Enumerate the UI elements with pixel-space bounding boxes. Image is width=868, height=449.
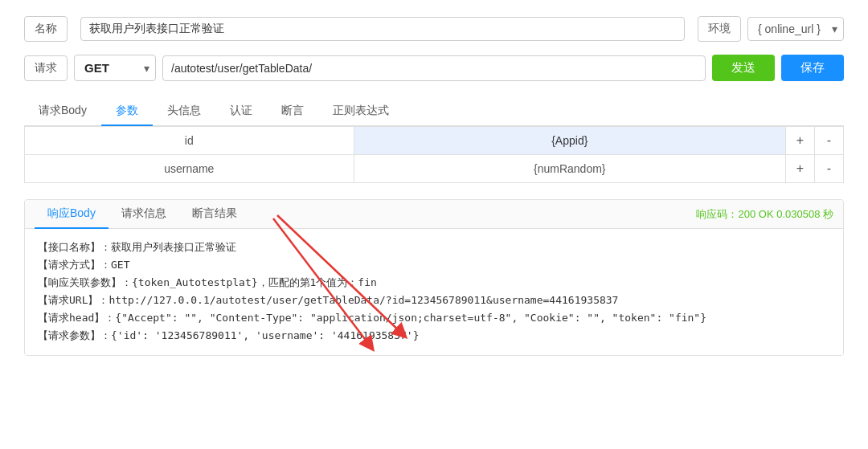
response-body-content: 【接口名称】：获取用户列表接口正常验证 【请求方式】：GET 【响应关联参数】：…: [25, 229, 843, 355]
response-line-4: 【请求URL】：http://127.0.0.1/autotest/user/g…: [38, 292, 830, 309]
tab-headers[interactable]: 头信息: [153, 97, 215, 126]
param-key-username: username: [25, 155, 354, 183]
save-button[interactable]: 保存: [781, 55, 844, 81]
table-row: id {Appid} + -: [25, 127, 844, 155]
remove-row-id[interactable]: -: [815, 127, 844, 155]
env-label: 环境: [698, 16, 741, 42]
tab-response-body[interactable]: 响应Body: [35, 200, 108, 229]
tab-assert-result[interactable]: 断言结果: [179, 200, 250, 229]
send-button[interactable]: 发送: [712, 55, 775, 81]
method-select[interactable]: GET POST PUT DELETE: [74, 55, 156, 81]
response-status: 响应码：200 OK 0.030508 秒: [696, 207, 833, 222]
param-value-appid[interactable]: {Appid}: [354, 127, 785, 155]
add-row-username[interactable]: +: [786, 155, 815, 183]
name-label: 名称: [24, 16, 68, 42]
request-label: 请求: [24, 55, 68, 81]
response-line-3: 【响应关联参数】：{token_Autotestplat}，匹配的第1个值为：f…: [38, 274, 830, 292]
tab-assert[interactable]: 断言: [267, 97, 318, 126]
tab-auth[interactable]: 认证: [215, 97, 267, 126]
url-input[interactable]: [162, 55, 706, 81]
remove-row-username[interactable]: -: [815, 155, 844, 183]
param-value-numrandom[interactable]: {numRandom}: [354, 155, 785, 183]
env-select[interactable]: { online_url }: [747, 17, 844, 41]
params-table: id {Appid} + - username {numRandom} + -: [24, 126, 844, 183]
tab-request-body[interactable]: 请求Body: [24, 97, 101, 126]
response-line-1: 【接口名称】：获取用户列表接口正常验证: [38, 239, 830, 256]
bottom-tabs: 响应Body 请求信息 断言结果 响应码：200 OK 0.030508 秒: [25, 200, 843, 229]
request-tabs: 请求Body 参数 头信息 认证 断言 正则表达式: [24, 97, 844, 126]
tab-regex[interactable]: 正则表达式: [318, 97, 403, 126]
tab-request-info[interactable]: 请求信息: [108, 200, 179, 229]
name-input[interactable]: [80, 17, 685, 41]
tab-params[interactable]: 参数: [101, 97, 153, 126]
param-key-id: id: [25, 127, 354, 155]
table-row: username {numRandom} + -: [25, 155, 844, 183]
response-line-5: 【请求head】：{"Accept": "", "Content-Type": …: [38, 309, 830, 327]
add-row-id[interactable]: +: [786, 127, 815, 155]
response-line-6: 【请求参数】：{'id': '123456789011', 'username'…: [38, 327, 830, 345]
bottom-section: 响应Body 请求信息 断言结果 响应码：200 OK 0.030508 秒 【…: [24, 199, 844, 356]
response-line-2: 【请求方式】：GET: [38, 256, 830, 274]
